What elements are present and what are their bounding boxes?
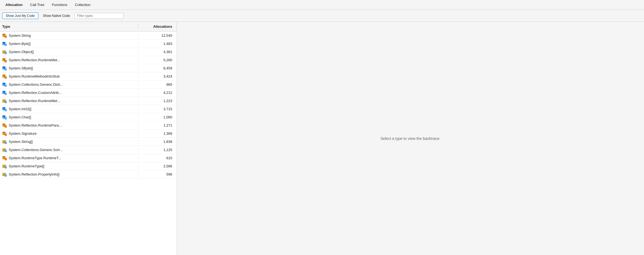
cell-allocations: 1,368 bbox=[138, 131, 177, 136]
svg-text:c: c bbox=[3, 59, 4, 61]
type-name: System.Char[] bbox=[9, 115, 31, 119]
cell-allocations: 1,838 bbox=[138, 140, 177, 144]
cell-type: c System.Collections.Generic.Dicti... bbox=[0, 82, 138, 87]
tab-allocation[interactable]: Allocation bbox=[2, 1, 26, 8]
svg-rect-9 bbox=[5, 52, 7, 54]
cell-type: c ↗ System.Signature bbox=[0, 131, 138, 136]
tab-collection[interactable]: Collection bbox=[72, 1, 94, 8]
cell-type: c System.Char[] bbox=[0, 115, 138, 120]
type-name: System.Reflection.RuntimeMet... bbox=[9, 58, 60, 62]
col-allocations-header: Allocations bbox=[138, 24, 177, 29]
table-row[interactable]: System.RuntimeType[] 2,566 bbox=[0, 162, 177, 170]
table-row[interactable]: c ↗ System.RuntimeMethodInfoStub 3,424 bbox=[0, 72, 177, 81]
class-array-open-icon bbox=[2, 148, 7, 152]
backtrace-message: Select a type to view the backtrace. bbox=[380, 136, 440, 141]
table-row[interactable]: c ↗ System.Signature 1,368 bbox=[0, 130, 177, 138]
svg-rect-29 bbox=[5, 101, 7, 103]
cell-type: System.RuntimeType[] bbox=[0, 164, 138, 169]
svg-text:↗: ↗ bbox=[5, 77, 7, 79]
table-row[interactable]: c System.Byte[] 1,483 bbox=[0, 40, 177, 48]
filter-types-input[interactable] bbox=[75, 13, 124, 19]
class-arrow-icon: c ↗ bbox=[2, 123, 7, 128]
svg-text:c: c bbox=[3, 116, 4, 118]
class-arrow-icon: c ↗ bbox=[2, 58, 7, 63]
table-row[interactable]: System.String[] 1,838 bbox=[0, 138, 177, 146]
svg-rect-16 bbox=[5, 68, 7, 70]
right-panel: Select a type to view the backtrace. bbox=[177, 22, 644, 255]
class-array-open-icon bbox=[2, 164, 7, 169]
table-row[interactable]: System.Reflection.PropertyInfo[] 596 bbox=[0, 170, 177, 179]
svg-text:↗: ↗ bbox=[5, 36, 7, 38]
class-array-open-icon bbox=[2, 172, 7, 177]
cell-allocations: 1,125 bbox=[138, 148, 177, 152]
svg-text:c: c bbox=[3, 91, 4, 94]
class-array-icon: c bbox=[2, 107, 7, 112]
show-just-my-code-button[interactable]: Show Just My Code bbox=[2, 13, 38, 19]
cell-allocations: 5,260 bbox=[138, 58, 177, 62]
svg-text:c: c bbox=[3, 67, 4, 69]
svg-text:c: c bbox=[3, 34, 4, 37]
table-row[interactable]: c System.SByte[] 8,459 bbox=[0, 64, 177, 72]
svg-text:c: c bbox=[3, 124, 4, 127]
class-arrow-icon: c ↗ bbox=[2, 33, 7, 38]
table-row[interactable]: c System.Char[] 1,060 bbox=[0, 113, 177, 121]
svg-text:↗: ↗ bbox=[5, 134, 7, 136]
table-row[interactable]: c ↗ System.Reflection.RuntimeMet... 5,26… bbox=[0, 56, 177, 64]
type-name: System.Reflection.PropertyInfo[] bbox=[9, 172, 59, 176]
cell-type: c ↗ System.Reflection.RuntimePara... bbox=[0, 123, 138, 128]
type-name: System.Reflection.RuntimeMet... bbox=[9, 99, 60, 103]
class-array-icon: c bbox=[2, 82, 7, 87]
class-arrow-icon: c ↗ bbox=[2, 131, 7, 136]
type-name: System.Int32[] bbox=[9, 107, 31, 111]
table-row[interactable]: System.Reflection.RuntimeMet... 1,223 bbox=[0, 97, 177, 105]
cell-allocations: 12,540 bbox=[138, 33, 177, 38]
type-name: System.Reflection.RuntimePara... bbox=[9, 123, 62, 127]
cell-type: System.Object[] bbox=[0, 50, 138, 54]
tab-bar: Allocation Call Tree Functions Collectio… bbox=[0, 0, 644, 10]
type-name: System.Signature bbox=[9, 131, 37, 136]
cell-allocations: 1,483 bbox=[138, 42, 177, 46]
svg-text:c: c bbox=[3, 157, 4, 159]
svg-text:c: c bbox=[3, 132, 4, 135]
type-name: System.Collections.Generic.Sort... bbox=[9, 148, 63, 152]
svg-text:↗: ↗ bbox=[5, 158, 7, 160]
table-row[interactable]: c ↗ System.String 12,540 bbox=[0, 32, 177, 40]
type-name: System.String bbox=[9, 33, 31, 38]
table-row[interactable]: c System.Collections.Generic.Dicti... 96… bbox=[0, 81, 177, 89]
cell-type: c System.Byte[] bbox=[0, 41, 138, 46]
content-area: Type Allocations c ↗ System.String 12,54… bbox=[0, 22, 644, 255]
svg-text:c: c bbox=[3, 108, 4, 110]
svg-rect-59 bbox=[5, 174, 7, 177]
class-array-open-icon bbox=[2, 139, 7, 144]
table-row[interactable]: c ↗ System.Reflection.RuntimePara... 1,2… bbox=[0, 121, 177, 130]
svg-rect-32 bbox=[5, 109, 7, 111]
table-row[interactable]: c ↗ System.RuntimeType.RuntimeT... 615 bbox=[0, 154, 177, 162]
table-row[interactable]: System.Collections.Generic.Sort... 1,125 bbox=[0, 146, 177, 154]
cell-type: c ↗ System.RuntimeType.RuntimeT... bbox=[0, 156, 138, 161]
tab-call-tree[interactable]: Call Tree bbox=[27, 1, 48, 8]
cell-type: System.Reflection.PropertyInfo[] bbox=[0, 172, 138, 177]
svg-rect-26 bbox=[5, 93, 7, 95]
class-array-open-icon bbox=[2, 99, 7, 103]
cell-allocations: 2,566 bbox=[138, 164, 177, 168]
cell-type: c System.Int32[] bbox=[0, 107, 138, 112]
cell-allocations: 596 bbox=[138, 172, 177, 176]
type-name: System.RuntimeType.RuntimeT... bbox=[9, 156, 61, 160]
table-row[interactable]: c System.Int32[] 3,715 bbox=[0, 105, 177, 113]
cell-allocations: 615 bbox=[138, 156, 177, 160]
cell-allocations: 1,223 bbox=[138, 99, 177, 103]
svg-rect-49 bbox=[5, 150, 7, 152]
class-array-open-icon bbox=[2, 50, 7, 54]
table-row[interactable]: System.Object[] 4,381 bbox=[0, 48, 177, 56]
cell-type: c ↗ System.RuntimeMethodInfoStub bbox=[0, 74, 138, 79]
table-row[interactable]: c System.Reflection.CustomAttrib... 4,21… bbox=[0, 89, 177, 97]
class-arrow-icon: c ↗ bbox=[2, 74, 7, 79]
tab-functions[interactable]: Functions bbox=[49, 1, 70, 8]
cell-allocations: 3,715 bbox=[138, 107, 177, 111]
show-native-code-button[interactable]: Show Native Code bbox=[39, 13, 73, 19]
type-name: System.Collections.Generic.Dicti... bbox=[9, 82, 63, 87]
cell-allocations: 4,212 bbox=[138, 91, 177, 95]
cell-allocations: 1,060 bbox=[138, 115, 177, 119]
cell-type: c ↗ System.String bbox=[0, 33, 138, 38]
table-body[interactable]: c ↗ System.String 12,540 c System.Byte[]… bbox=[0, 32, 177, 255]
